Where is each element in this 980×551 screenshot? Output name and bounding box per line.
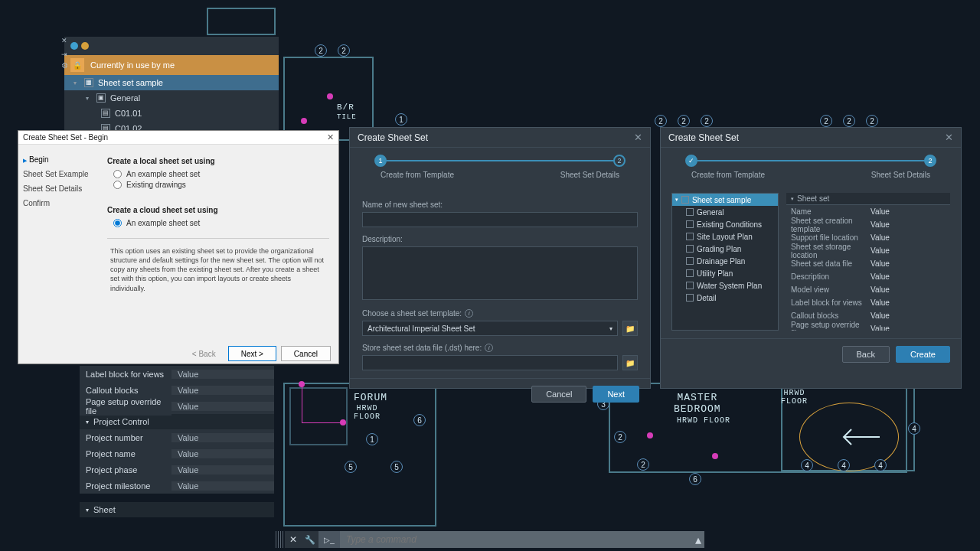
- panel-logo-bar: [64, 37, 279, 55]
- step1-label: Create from Template: [691, 171, 765, 179]
- tree-general[interactable]: ▾▣ General: [64, 90, 279, 106]
- help-text: This option uses an existing sheet set t…: [107, 246, 329, 293]
- sheet-properties: ▾Sheet set NameValueSheet set creation t…: [786, 193, 950, 331]
- property-row[interactable]: Page setup override fileValue: [786, 322, 950, 331]
- browse-template-button[interactable]: 📁: [622, 321, 638, 336]
- props-header[interactable]: ▾Sheet set: [786, 193, 950, 205]
- next-button[interactable]: Next >: [228, 346, 276, 361]
- property-row[interactable]: Model viewValue: [786, 283, 950, 296]
- tree-item[interactable]: Site Layout Plan: [672, 230, 778, 243]
- step2-label: Sheet Set Details: [560, 171, 619, 179]
- folder-icon: [686, 282, 694, 289]
- wrench-icon[interactable]: 🔧: [302, 531, 318, 548]
- dialog3-title: Create Sheet Set: [668, 132, 739, 143]
- tree-root[interactable]: ▾Sheet set sample: [672, 194, 778, 206]
- step-1-indicator: 1: [374, 155, 387, 167]
- dialog1-title: Create Sheet Set - Begin: [23, 133, 108, 142]
- sheetset-icon: ▦: [84, 78, 93, 87]
- gear-icon[interactable]: ⚙: [61, 61, 68, 70]
- prop-page-setup: Page setup override file: [80, 397, 172, 416]
- panel-pin-icon[interactable]: ⇥: [61, 51, 70, 58]
- folder-icon: [686, 233, 694, 240]
- local-heading: Create a local sheet set using: [107, 157, 329, 165]
- store-label: Store sheet set data file (.dst) here:i: [362, 344, 638, 352]
- description-input[interactable]: [362, 246, 638, 300]
- tree-root[interactable]: ▾▦ Sheet set sample: [64, 75, 279, 90]
- browse-store-button[interactable]: 📁: [622, 355, 638, 370]
- property-row[interactable]: Label block for viewsValue: [786, 296, 950, 309]
- tree-item[interactable]: Drainage Plan: [672, 255, 778, 267]
- wizard-nav: Begin Sheet Set Example Sheet Set Detail…: [18, 145, 98, 344]
- store-path-input[interactable]: [362, 355, 618, 370]
- template-label: Choose a sheet set template:i: [362, 309, 638, 318]
- lock-icon: 🔒: [70, 58, 84, 72]
- prop-project-number: Project number: [80, 433, 172, 442]
- project-control-header[interactable]: ▾Project Control: [80, 414, 274, 429]
- info-icon[interactable]: i: [485, 344, 493, 352]
- command-line: ✕ 🔧 ▷_ ▴: [276, 531, 704, 548]
- property-row[interactable]: Sheet set data fileValue: [786, 257, 950, 270]
- sheet-set-manager-panel: ✕ ⇥ ⚙ 🔒 Currently in use by me ▾▦ Sheet …: [64, 37, 279, 136]
- nav-confirm[interactable]: Confirm: [23, 196, 93, 210]
- folder-icon: [686, 269, 694, 277]
- cancel-button[interactable]: Cancel: [531, 386, 586, 403]
- radio-example-local[interactable]: An example sheet set: [113, 170, 329, 178]
- cloud-heading: Create a cloud sheet set using: [107, 206, 329, 214]
- create-sheet-set-begin-dialog: Create Sheet Set - Begin ✕ Begin Sheet S…: [18, 130, 339, 364]
- in-use-banner: 🔒 Currently in use by me: [64, 55, 279, 75]
- dialog2-title: Create Sheet Set: [358, 132, 428, 143]
- command-input[interactable]: [340, 531, 692, 548]
- nav-begin[interactable]: Begin: [23, 152, 93, 167]
- info-icon[interactable]: i: [465, 309, 473, 318]
- prop-callout: Callout blocks: [80, 386, 172, 395]
- tree-item[interactable]: General: [672, 206, 778, 218]
- create-sheet-set-step2-dialog: Create Sheet Set ✕ ✓ 2 Create from Templ…: [660, 127, 962, 389]
- step1-label: Create from Template: [381, 171, 454, 179]
- property-row[interactable]: DescriptionValue: [786, 270, 950, 283]
- back-button[interactable]: Back: [842, 346, 890, 363]
- step-2-indicator: 2: [924, 155, 936, 167]
- folder-icon: ▣: [96, 93, 106, 103]
- property-row[interactable]: Sheet set storage locationValue: [786, 244, 950, 257]
- step-2-indicator: 2: [613, 155, 626, 167]
- tree-item[interactable]: Water System Plan: [672, 279, 778, 292]
- radio-existing[interactable]: Existing drawings: [113, 181, 329, 189]
- back-button[interactable]: < Back: [185, 346, 224, 361]
- panel-close-icon[interactable]: ✕: [61, 37, 70, 44]
- create-button[interactable]: Create: [896, 346, 950, 363]
- prop-project-milestone: Project milestone: [80, 481, 172, 491]
- in-use-label: Currently in use by me: [90, 60, 175, 70]
- radio-example-cloud[interactable]: An example sheet set: [113, 219, 329, 227]
- close-icon[interactable]: ✕: [945, 132, 953, 143]
- tree-item[interactable]: Grading Plan: [672, 243, 778, 255]
- prop-project-phase: Project phase: [80, 465, 172, 474]
- close-icon[interactable]: ✕: [285, 531, 302, 548]
- nav-details[interactable]: Sheet Set Details: [23, 181, 93, 196]
- tree-item[interactable]: Utility Plan: [672, 267, 778, 279]
- folder-icon: [686, 245, 694, 253]
- sheet-icon: ▤: [101, 109, 110, 118]
- close-icon[interactable]: ✕: [327, 132, 334, 142]
- folder-icon: [686, 208, 694, 216]
- close-icon[interactable]: ✕: [634, 132, 642, 143]
- description-label: Description:: [362, 235, 638, 243]
- prop-project-name: Project name: [80, 449, 172, 458]
- nav-example[interactable]: Sheet Set Example: [23, 167, 93, 181]
- next-button[interactable]: Next: [593, 386, 639, 403]
- sheet-tree[interactable]: ▾Sheet set sample GeneralExisting Condit…: [671, 193, 779, 331]
- create-sheet-set-step1-dialog: Create Sheet Set ✕ 1 2 Create from Templ…: [349, 127, 651, 389]
- template-select[interactable]: Architectural Imperial Sheet Set▾: [362, 321, 618, 336]
- folder-icon: [686, 294, 694, 302]
- sheet-set-tree[interactable]: ▾▦ Sheet set sample ▾▣ General ▤ C01.01 …: [64, 75, 279, 136]
- step-1-indicator: ✓: [685, 155, 697, 167]
- tree-sheet-c0101[interactable]: ▤ C01.01: [64, 106, 279, 121]
- name-input[interactable]: [362, 212, 638, 227]
- drag-handle-icon[interactable]: [276, 531, 285, 548]
- folder-icon: [686, 220, 694, 228]
- tree-item[interactable]: Detail: [672, 292, 778, 304]
- cancel-button[interactable]: Cancel: [281, 346, 331, 361]
- sheet-category-header[interactable]: ▾Sheet: [80, 502, 274, 517]
- property-row[interactable]: Sheet set creation templateValue: [786, 218, 950, 231]
- chevron-up-icon[interactable]: ▴: [692, 531, 704, 548]
- tree-item[interactable]: Existing Conditions: [672, 218, 778, 230]
